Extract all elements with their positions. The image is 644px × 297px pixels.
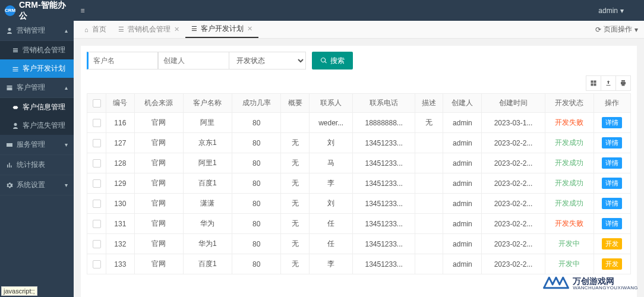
watermark-en: WANCHUANGYOUXIWANG: [573, 286, 638, 290]
cell-src: 官网: [134, 153, 183, 173]
row-detail-button[interactable]: 详情: [602, 218, 622, 229]
row-open-button[interactable]: 开发: [602, 258, 622, 270]
cell-status: 开发成功: [545, 153, 594, 173]
cell-phone: 13451233...: [353, 153, 415, 173]
row-checkbox[interactable]: [93, 260, 101, 268]
row-checkbox[interactable]: [93, 159, 101, 168]
th-src[interactable]: 机会来源: [134, 94, 183, 113]
refresh-icon: ⟳: [595, 26, 601, 34]
th-status[interactable]: 开发状态: [545, 94, 594, 113]
tab-opportunity-label: 营销机会管理: [128, 24, 171, 34]
submenu-devplan[interactable]: 客户开发计划: [0, 59, 74, 78]
cell-summary: [281, 113, 310, 133]
user-menu[interactable]: admin ▾: [598, 7, 624, 15]
cell-summary: 无: [281, 173, 310, 194]
search-button[interactable]: 搜索: [312, 52, 353, 69]
row-detail-button[interactable]: 详情: [602, 178, 622, 189]
brand-logo-icon: CRM: [5, 5, 15, 16]
submenu-custinfo-label: 客户信息管理: [23, 102, 65, 112]
sidebar-toggle-icon[interactable]: ≡: [74, 7, 91, 15]
row-checkbox[interactable]: [93, 220, 101, 228]
th-ctime[interactable]: 创建时间: [482, 94, 545, 113]
th-rate[interactable]: 成功几率: [232, 94, 281, 113]
cell-op: 开发: [594, 234, 630, 254]
row-detail-button[interactable]: 详情: [602, 137, 622, 148]
cell-creator: admin: [443, 234, 482, 254]
table-row: 132官网华为180无任13451233...admin2023-02-2...…: [87, 234, 631, 254]
cell-id: 128: [106, 153, 135, 173]
cell-rate: 80: [232, 173, 281, 194]
cell-op: 详情: [594, 194, 630, 214]
close-icon[interactable]: ✕: [247, 25, 252, 33]
cell-ctime: 2023-02-2...: [482, 214, 545, 234]
tab-devplan[interactable]: ☰ 客户开发计划 ✕: [185, 21, 258, 38]
cell-src: 官网: [134, 234, 183, 254]
cell-status: 开发成功: [545, 194, 594, 214]
cell-contact: 马: [309, 153, 353, 173]
row-checkbox[interactable]: [93, 200, 101, 208]
chevron-down-icon: ▾: [620, 7, 624, 15]
select-all-checkbox[interactable]: [93, 99, 101, 108]
th-desc[interactable]: 描述: [415, 94, 443, 113]
menu-marketing[interactable]: 营销管理 ▴: [0, 21, 74, 41]
row-open-button[interactable]: 开发: [602, 238, 622, 249]
submenu-custloss-label: 客户流失管理: [23, 121, 65, 131]
cell-phone: 13451233...: [353, 234, 415, 254]
user-name: admin: [598, 7, 618, 15]
chevron-down-icon: ▾: [634, 26, 638, 34]
cell-creator: admin: [443, 194, 482, 214]
columns-icon[interactable]: [586, 75, 601, 91]
row-checkbox[interactable]: [93, 119, 101, 127]
menu-customer[interactable]: 客户管理 ▴: [0, 78, 74, 98]
cell-cust: 潇潇: [183, 194, 232, 214]
th-phone[interactable]: 联系电话: [353, 94, 415, 113]
cell-phone: 13451233...: [353, 194, 415, 214]
submenu-custinfo[interactable]: 客户信息管理: [0, 98, 74, 116]
cell-contact: 刘: [309, 133, 353, 153]
filter-customer-input[interactable]: [87, 52, 158, 69]
cell-summary: 无: [281, 153, 310, 173]
tab-home[interactable]: ⌂ 首页: [78, 21, 112, 38]
print-icon[interactable]: [615, 75, 631, 91]
cell-ctime: 2023-02-2...: [482, 234, 545, 254]
cell-op: 详情: [594, 153, 630, 173]
row-checkbox[interactable]: [93, 179, 101, 188]
export-icon[interactable]: [601, 75, 616, 91]
filter-status-select[interactable]: 开发状态: [229, 52, 306, 69]
menu-settings[interactable]: 系统设置 ▾: [0, 175, 74, 195]
status-hint: javascript:;: [1, 286, 37, 296]
menu-stats[interactable]: 统计报表: [0, 155, 74, 175]
cell-status: 开发中: [545, 254, 594, 274]
row-detail-button[interactable]: 详情: [602, 117, 622, 128]
th-contact[interactable]: 联系人: [309, 94, 353, 113]
cell-desc: [415, 173, 443, 194]
th-creator[interactable]: 创建人: [443, 94, 482, 113]
table-row: 129官网百度180无李13451233...admin2023-02-2...…: [87, 173, 631, 194]
cell-contact: 刘: [309, 194, 353, 214]
cell-status: 开发成功: [545, 173, 594, 194]
table-row: 133官网百度180无李13451233...admin2023-02-2...…: [87, 254, 631, 274]
close-icon[interactable]: ✕: [174, 26, 179, 33]
submenu-custloss[interactable]: 客户流失管理: [0, 116, 74, 135]
th-summary[interactable]: 概要: [281, 94, 310, 113]
row-detail-button[interactable]: 详情: [602, 198, 622, 209]
page-operations[interactable]: ⟳ 页面操作 ▾: [595, 24, 644, 34]
th-id[interactable]: 编号: [106, 94, 135, 113]
cell-cust: 百度1: [183, 254, 232, 274]
menu-service[interactable]: 服务管理 ▾: [0, 135, 74, 155]
submenu-opportunity[interactable]: 营销机会管理: [0, 41, 74, 59]
cell-rate: 80: [232, 133, 281, 153]
cell-rate: 80: [232, 234, 281, 254]
filter-creator-input[interactable]: [158, 52, 229, 69]
row-detail-button[interactable]: 详情: [602, 157, 622, 169]
cell-desc: [415, 133, 443, 153]
cell-status: 开发失败: [545, 214, 594, 234]
cell-src: 官网: [134, 254, 183, 274]
row-checkbox[interactable]: [93, 139, 101, 147]
th-cust[interactable]: 客户名称: [183, 94, 232, 113]
th-op[interactable]: 操作: [594, 94, 630, 113]
menu-service-label: 服务管理: [17, 140, 45, 150]
cell-src: 官网: [134, 113, 183, 133]
tab-opportunity[interactable]: ☰ 营销机会管理 ✕: [112, 21, 185, 38]
row-checkbox[interactable]: [93, 240, 101, 248]
